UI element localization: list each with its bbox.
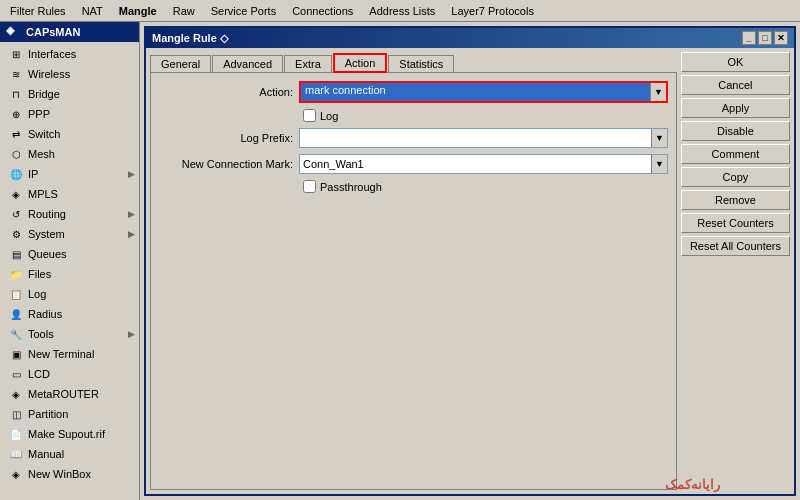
log-label: Log (320, 110, 338, 122)
conn-mark-row: New Connection Mark: ▼ (159, 154, 668, 174)
conn-mark-input[interactable] (300, 155, 651, 173)
sidebar-item-metarouter[interactable]: ◈ MetaROUTER (0, 384, 139, 404)
menu-mangle[interactable]: Mangle (111, 3, 165, 19)
sidebar: ◈ CAPsMAN ⊞ Interfaces ≋ Wireless ⊓ Brid… (0, 22, 140, 500)
minimize-button[interactable]: _ (742, 31, 756, 45)
sidebar-item-label: Tools (28, 328, 54, 340)
sidebar-item-label: Make Supout.rif (28, 428, 105, 440)
action-select-wrapper[interactable]: mark connection ▼ (299, 81, 668, 103)
menu-layer7[interactable]: Layer7 Protocols (443, 3, 542, 19)
conn-mark-dropdown[interactable]: ▼ (651, 155, 667, 173)
apply-button[interactable]: Apply (681, 98, 790, 118)
cancel-button[interactable]: Cancel (681, 75, 790, 95)
tab-action[interactable]: Action (333, 53, 388, 73)
tab-general[interactable]: General (150, 55, 211, 73)
sidebar-item-label: Bridge (28, 88, 60, 100)
copy-button[interactable]: Copy (681, 167, 790, 187)
menu-raw[interactable]: Raw (165, 3, 203, 19)
sidebar-item-files[interactable]: 📁 Files (0, 264, 139, 284)
maximize-button[interactable]: □ (758, 31, 772, 45)
partition-icon: ◫ (8, 406, 24, 422)
sidebar-item-new-winbox[interactable]: ◈ New WinBox (0, 464, 139, 484)
remove-button[interactable]: Remove (681, 190, 790, 210)
log-prefix-dropdown[interactable]: ▼ (651, 129, 667, 147)
manual-icon: 📖 (8, 446, 24, 462)
sidebar-item-system[interactable]: ⚙ System ▶ (0, 224, 139, 244)
close-button[interactable]: ✕ (774, 31, 788, 45)
sidebar-item-partition[interactable]: ◫ Partition (0, 404, 139, 424)
tools-arrow: ▶ (128, 329, 135, 339)
sidebar-item-label: System (28, 228, 65, 240)
mesh-icon: ⬡ (8, 146, 24, 162)
action-dropdown-button[interactable]: ▼ (650, 83, 666, 101)
system-arrow: ▶ (128, 229, 135, 239)
ok-button[interactable]: OK (681, 52, 790, 72)
sidebar-item-ip[interactable]: 🌐 IP ▶ (0, 164, 139, 184)
sidebar-item-log[interactable]: 📋 Log (0, 284, 139, 304)
mangle-body: General Advanced Extra Action Statistics… (146, 48, 794, 494)
log-prefix-input[interactable] (300, 129, 651, 147)
title-controls: _ □ ✕ (742, 31, 788, 45)
lcd-icon: ▭ (8, 366, 24, 382)
conn-mark-label: New Connection Mark: (159, 158, 299, 170)
sidebar-header-label: CAPsMAN (26, 26, 80, 38)
sidebar-item-routing[interactable]: ↺ Routing ▶ (0, 204, 139, 224)
action-row: Action: mark connection ▼ (159, 81, 668, 103)
sidebar-item-interfaces[interactable]: ⊞ Interfaces (0, 44, 139, 64)
metarouter-icon: ◈ (8, 386, 24, 402)
passthrough-row: Passthrough (159, 180, 668, 193)
menu-connections[interactable]: Connections (284, 3, 361, 19)
dialog-tabs-area: General Advanced Extra Action Statistics… (150, 52, 677, 490)
sidebar-item-wireless[interactable]: ≋ Wireless (0, 64, 139, 84)
sidebar-item-queues[interactable]: ▤ Queues (0, 244, 139, 264)
sidebar-item-label: Switch (28, 128, 60, 140)
sidebar-item-label: Partition (28, 408, 68, 420)
sidebar-item-manual[interactable]: 📖 Manual (0, 444, 139, 464)
passthrough-checkbox[interactable] (303, 180, 316, 193)
reset-all-counters-button[interactable]: Reset All Counters (681, 236, 790, 256)
log-icon: 📋 (8, 286, 24, 302)
sidebar-item-make-supout[interactable]: 📄 Make Supout.rif (0, 424, 139, 444)
menu-nat[interactable]: NAT (74, 3, 111, 19)
reset-counters-button[interactable]: Reset Counters (681, 213, 790, 233)
sidebar-item-new-terminal[interactable]: ▣ New Terminal (0, 344, 139, 364)
mpls-icon: ◈ (8, 186, 24, 202)
sidebar-item-ppp[interactable]: ⊕ PPP (0, 104, 139, 124)
routing-icon: ↺ (8, 206, 24, 222)
sidebar-item-label: Queues (28, 248, 67, 260)
action-label: Action: (159, 86, 299, 98)
sidebar-item-label: Files (28, 268, 51, 280)
log-prefix-label: Log Prefix: (159, 132, 299, 144)
mangle-dialog: Mangle Rule ◇ _ □ ✕ General Advanced Ext… (144, 26, 796, 496)
sidebar-header: ◈ CAPsMAN (0, 22, 139, 42)
disable-button[interactable]: Disable (681, 121, 790, 141)
menu-address-lists[interactable]: Address Lists (361, 3, 443, 19)
tab-statistics[interactable]: Statistics (388, 55, 454, 73)
menu-service-ports[interactable]: Service Ports (203, 3, 284, 19)
sidebar-section: ⊞ Interfaces ≋ Wireless ⊓ Bridge ⊕ PPP ⇄ (0, 42, 139, 486)
sidebar-item-mesh[interactable]: ⬡ Mesh (0, 144, 139, 164)
capsman-icon: ◈ (6, 24, 22, 40)
tools-icon: 🔧 (8, 326, 24, 342)
tab-advanced[interactable]: Advanced (212, 55, 283, 73)
sidebar-item-bridge[interactable]: ⊓ Bridge (0, 84, 139, 104)
sidebar-item-label: Radius (28, 308, 62, 320)
switch-icon: ⇄ (8, 126, 24, 142)
dialog-title: Mangle Rule ◇ (152, 32, 228, 45)
conn-mark-wrapper: ▼ (299, 154, 668, 174)
sidebar-item-lcd[interactable]: ▭ LCD (0, 364, 139, 384)
sidebar-item-radius[interactable]: 👤 Radius (0, 304, 139, 324)
sidebar-item-label: MPLS (28, 188, 58, 200)
ppp-icon: ⊕ (8, 106, 24, 122)
sidebar-item-label: New Terminal (28, 348, 94, 360)
log-prefix-row: Log Prefix: ▼ (159, 128, 668, 148)
passthrough-label: Passthrough (320, 181, 382, 193)
menu-filter-rules[interactable]: Filter Rules (2, 3, 74, 19)
app-window: Filter Rules NAT Mangle Raw Service Port… (0, 0, 800, 500)
tab-extra[interactable]: Extra (284, 55, 332, 73)
sidebar-item-mpls[interactable]: ◈ MPLS (0, 184, 139, 204)
sidebar-item-tools[interactable]: 🔧 Tools ▶ (0, 324, 139, 344)
log-checkbox[interactable] (303, 109, 316, 122)
comment-button[interactable]: Comment (681, 144, 790, 164)
sidebar-item-switch[interactable]: ⇄ Switch (0, 124, 139, 144)
